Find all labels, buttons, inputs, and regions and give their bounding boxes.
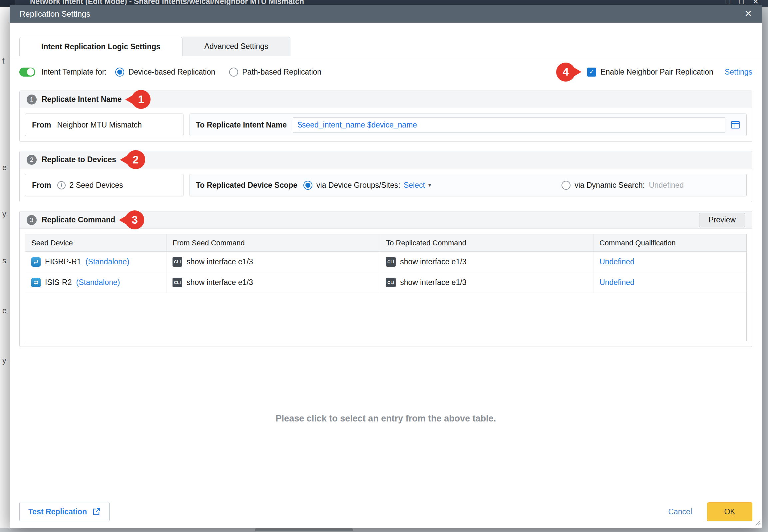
from-command: show interface e1/3 [186, 278, 253, 287]
test-replication-label: Test Replication [28, 507, 87, 516]
device-based-radio[interactable] [115, 68, 124, 77]
select-entry-hint: Please click to select an entry from the… [19, 413, 752, 424]
close-icon[interactable]: ✕ [744, 9, 752, 18]
neighbor-pair-settings-link[interactable]: Settings [725, 68, 752, 77]
table-row[interactable]: ⇄ ISIS-R2 (Standalone) CLI show interfac… [25, 272, 746, 293]
cli-icon: CLI [386, 278, 396, 287]
dialog-footer: Test Replication Cancel OK [19, 502, 752, 521]
col-seed-device: Seed Device [25, 234, 166, 251]
from-label: From [32, 181, 51, 190]
to-replicated-command-cell: CLI show interface e1/3 [380, 252, 594, 272]
device-scope-to-box: To Replicated Device Scope via Device Gr… [189, 174, 747, 196]
replicate-to-devices-section: 2 Replicate to Devices 2 From i 2 Seed D… [19, 151, 752, 202]
path-based-label: Path-based Replication [242, 68, 321, 77]
from-seed-command-cell: CLI show interface e1/3 [166, 272, 380, 293]
dialog-title: Replication Settings [20, 9, 90, 19]
dynamic-search-radio[interactable] [562, 181, 571, 190]
section1-header: 1 Replicate Intent Name 1 [20, 91, 752, 108]
tab-bar: Intent Replication Logic Settings Advanc… [10, 37, 762, 56]
external-link-icon [92, 507, 101, 516]
seed-intent-name: Neighbor MTU Mismatch [57, 121, 142, 130]
command-qualification-cell: Undefined [594, 272, 746, 293]
cutoff-text-fragment: e [2, 306, 7, 315]
cutoff-text-fragment: y [2, 210, 6, 219]
tab-advanced-settings[interactable]: Advanced Settings [182, 37, 290, 56]
replicate-command-section: 3 Replicate Command 3 Preview Seed Devic… [19, 211, 752, 347]
to-replicate-intent-name-label: To Replicate Intent Name [196, 121, 287, 130]
intent-template-toggle[interactable] [19, 68, 35, 77]
section3-title: Replicate Command [42, 215, 115, 224]
neighbor-pair-group: 4 ✓ Enable Neighbor Pair Replication Set… [556, 63, 752, 82]
step-3-circle: 3 [27, 215, 37, 225]
path-based-radio[interactable] [229, 68, 238, 77]
variable-table-icon[interactable] [730, 120, 740, 130]
to-command: show interface e1/3 [400, 278, 466, 287]
section1-content: From Neighbor MTU Mismatch To Replicate … [20, 108, 752, 141]
intent-name-from-box: From Neighbor MTU Mismatch [25, 114, 183, 136]
background-page-sliver: t e y s e y [0, 7, 10, 528]
device-groups-radio[interactable] [303, 181, 312, 190]
resize-handle[interactable] [753, 518, 761, 527]
device-groups-option[interactable]: via Device Groups/Sites: Select ▾ [303, 181, 431, 190]
col-command-qualification: Command Qualification [594, 234, 746, 251]
toggle-knob [27, 68, 34, 76]
intent-template-label: Intent Template for: [41, 68, 107, 77]
info-icon: i [57, 181, 66, 189]
device-groups-select-link[interactable]: Select [404, 181, 425, 190]
tab-intent-replication-logic-settings[interactable]: Intent Replication Logic Settings [19, 37, 182, 56]
preview-button[interactable]: Preview [699, 213, 745, 227]
device-mode: (Standalone) [76, 278, 120, 287]
seed-device-cell: ⇄ EIGRP-R1 (Standalone) [25, 252, 166, 272]
cli-icon: CLI [172, 278, 182, 287]
cancel-button[interactable]: Cancel [668, 507, 692, 516]
callout-4-badge: 4 [556, 63, 575, 82]
dynamic-search-label: via Dynamic Search: [575, 181, 645, 190]
callout-1-badge: 1 [131, 90, 150, 109]
col-to-replicated-command: To Replicated Command [380, 234, 594, 251]
enable-neighbor-pair-checkbox[interactable]: ✓ [587, 68, 596, 77]
device-groups-label: via Device Groups/Sites: [316, 181, 400, 190]
device-icon: ⇄ [31, 278, 41, 287]
chevron-down-icon[interactable]: ▾ [428, 181, 431, 189]
section2-header: 2 Replicate to Devices 2 [20, 151, 752, 168]
cutoff-text-fragment: e [2, 163, 7, 172]
dynamic-search-option[interactable]: via Dynamic Search: Undefined [562, 181, 684, 190]
step-2-circle: 2 [27, 155, 37, 165]
cli-icon: CLI [386, 257, 396, 267]
qualification-undefined-link[interactable]: Undefined [600, 257, 635, 266]
cutoff-text-fragment: t [2, 57, 4, 66]
qualification-undefined-link[interactable]: Undefined [600, 278, 635, 287]
replicate-command-table: Seed Device From Seed Command To Replica… [25, 234, 747, 341]
device-icon: ⇄ [31, 257, 41, 267]
table-row[interactable]: ⇄ EIGRP-R1 (Standalone) CLI show interfa… [25, 252, 746, 272]
from-command: show interface e1/3 [186, 257, 253, 266]
section1-title: Replicate Intent Name [42, 95, 122, 104]
dialog-header: Replication Settings ✕ [10, 5, 762, 23]
intent-name-to-box: To Replicate Intent Name [189, 114, 747, 136]
test-replication-button[interactable]: Test Replication [19, 502, 110, 521]
from-seed-command-cell: CLI show interface e1/3 [166, 252, 380, 272]
dynamic-search-value: Undefined [649, 181, 684, 190]
cli-icon: CLI [172, 257, 182, 267]
dialog-body: Intent Replication Logic Settings Advanc… [10, 37, 762, 532]
device-mode: (Standalone) [86, 257, 129, 266]
section2-content: From i 2 Seed Devices To Replicated Devi… [20, 168, 752, 202]
seed-devices-count: 2 Seed Devices [70, 181, 123, 190]
replicate-intent-name-section: 1 Replicate Intent Name 1 From Neighbor … [19, 91, 752, 142]
to-replicated-command-cell: CLI show interface e1/3 [380, 272, 594, 293]
section3-header: 3 Replicate Command 3 Preview [20, 211, 752, 229]
seed-device-cell: ⇄ ISIS-R2 (Standalone) [25, 272, 166, 293]
device-name: EIGRP-R1 [45, 257, 81, 266]
intent-template-row: Intent Template for: Device-based Replic… [19, 62, 752, 82]
from-label: From [32, 121, 51, 130]
device-based-replication-option[interactable]: Device-based Replication [115, 68, 215, 77]
callout-2-badge: 2 [126, 150, 145, 169]
device-based-label: Device-based Replication [128, 68, 215, 77]
replicate-intent-name-input[interactable] [293, 117, 725, 133]
ok-button[interactable]: OK [707, 502, 752, 521]
step-1-circle: 1 [27, 95, 37, 105]
to-command: show interface e1/3 [400, 257, 466, 266]
table-header-row: Seed Device From Seed Command To Replica… [25, 234, 746, 252]
section2-title: Replicate to Devices [42, 155, 116, 164]
path-based-replication-option[interactable]: Path-based Replication [229, 68, 321, 77]
